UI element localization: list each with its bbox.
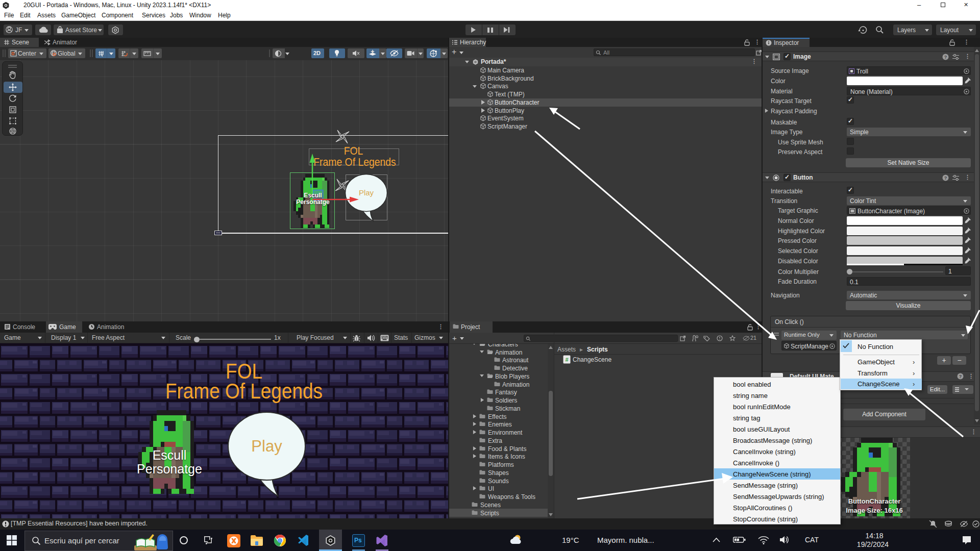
svg-text:#: #: [565, 357, 568, 363]
svg-text:Y: Y: [101, 54, 104, 57]
svg-text:?: ?: [959, 374, 962, 379]
svg-text:?: ?: [944, 176, 947, 181]
svg-text:?: ?: [944, 55, 947, 60]
svg-text:Play: Play: [251, 437, 282, 455]
